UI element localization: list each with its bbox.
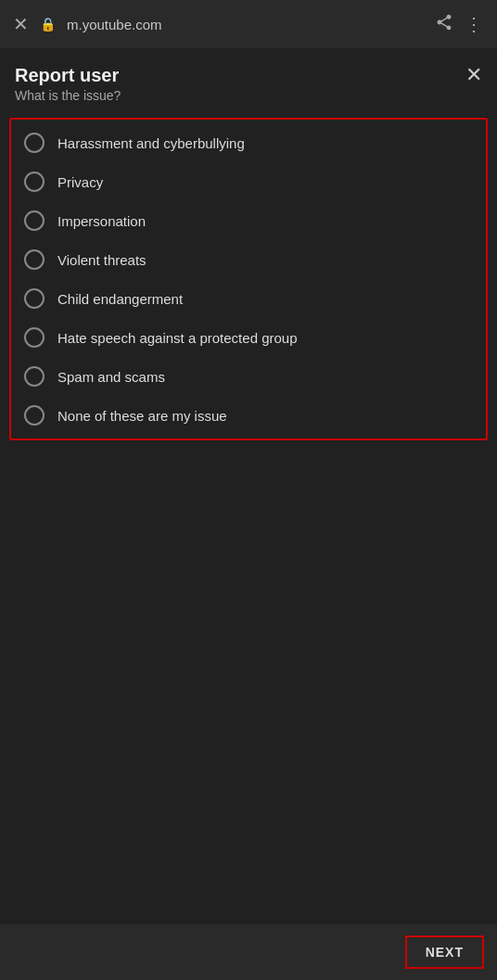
radio-circle-spam: [24, 366, 45, 387]
radio-circle-privacy: [24, 172, 45, 192]
browser-close-icon[interactable]: ✕: [13, 13, 29, 35]
lock-icon: 🔒: [40, 17, 56, 32]
radio-circle-harassment: [24, 133, 45, 153]
browser-bar: ✕ 🔒 m.youtube.com ⋮: [0, 0, 497, 48]
browser-url: m.youtube.com: [67, 17, 424, 32]
close-button[interactable]: ✕: [465, 65, 482, 85]
radio-circle-violent: [24, 249, 45, 270]
radio-circle-none: [24, 405, 45, 426]
radio-label-violent: Violent threats: [57, 252, 147, 268]
report-header: Report user What is the issue? ✕: [0, 48, 497, 112]
browser-more-icon[interactable]: ⋮: [465, 13, 484, 35]
radio-circle-child: [24, 288, 45, 309]
radio-option-none[interactable]: None of these are my issue: [11, 396, 486, 435]
radio-label-impersonation: Impersonation: [57, 213, 146, 229]
radio-circle-impersonation: [24, 210, 45, 231]
page-title: Report user: [15, 65, 121, 86]
radio-option-harassment[interactable]: Harassment and cyberbullying: [11, 123, 486, 162]
radio-option-child[interactable]: Child endangerment: [11, 279, 486, 318]
radio-label-harassment: Harassment and cyberbullying: [57, 135, 245, 151]
radio-label-spam: Spam and scams: [57, 369, 165, 385]
radio-label-child: Child endangerment: [57, 291, 183, 307]
page-content: Report user What is the issue? ✕ Harassm…: [0, 48, 497, 980]
radio-circle-hate: [24, 327, 45, 348]
options-container: Harassment and cyberbullyingPrivacyImper…: [9, 118, 488, 440]
browser-share-icon[interactable]: [435, 13, 453, 36]
radio-label-none: None of these are my issue: [57, 408, 227, 424]
radio-option-privacy[interactable]: Privacy: [11, 162, 486, 201]
radio-label-privacy: Privacy: [57, 174, 103, 190]
radio-label-hate: Hate speech against a protected group: [57, 330, 298, 346]
page-subtitle: What is the issue?: [15, 88, 121, 103]
radio-option-violent[interactable]: Violent threats: [11, 240, 486, 279]
radio-option-impersonation[interactable]: Impersonation: [11, 201, 486, 240]
header-text: Report user What is the issue?: [15, 65, 121, 103]
bottom-bar: NEXT: [0, 924, 497, 980]
radio-option-hate[interactable]: Hate speech against a protected group: [11, 318, 486, 357]
next-button[interactable]: NEXT: [405, 935, 484, 969]
radio-option-spam[interactable]: Spam and scams: [11, 357, 486, 396]
